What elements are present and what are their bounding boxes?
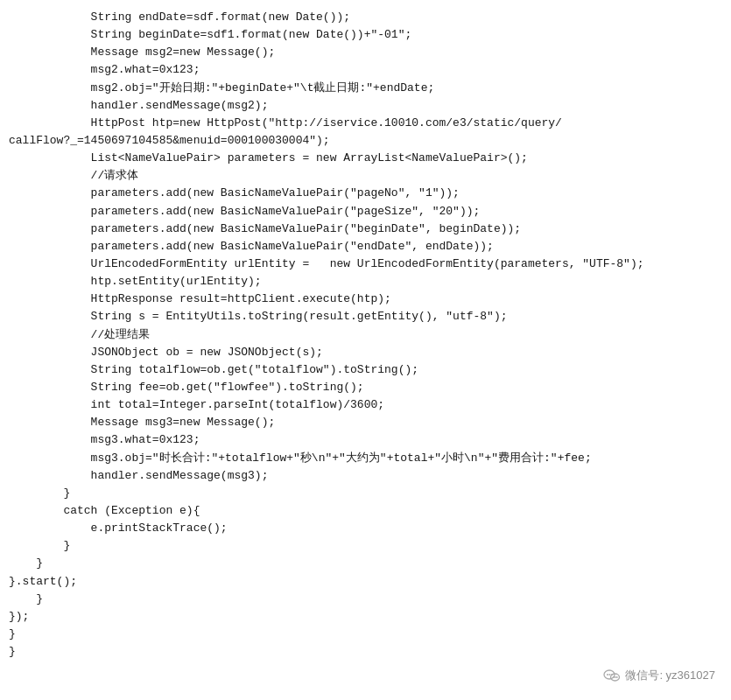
svg-point-1 — [607, 674, 608, 676]
code-line: //请求体 — [0, 167, 731, 185]
code-line: parameters.add(new BasicNameValuePair("p… — [0, 185, 731, 202]
code-line: parameters.add(new BasicNameValuePair("b… — [0, 220, 731, 238]
code-line: msg2.what=0x123; — [0, 61, 731, 79]
code-line: } — [0, 485, 731, 502]
code-line: } — [0, 626, 731, 643]
svg-point-5 — [613, 676, 615, 678]
code-line: Message msg2=new Message(); — [0, 44, 731, 61]
code-line: htp.setEntity(urlEntity); — [0, 273, 731, 290]
code-line: UrlEncodedFormEntity urlEntity = new Url… — [0, 256, 731, 273]
code-line: e.printStackTrace(); — [0, 520, 731, 537]
watermark: 微信号: yz361027 — [603, 667, 715, 684]
code-line: String fee=ob.get("flowfee").toString(); — [0, 379, 731, 396]
code-line: Message msg3=new Message(); — [0, 414, 731, 431]
code-line: HttpResponse result=httpClient.execute(h… — [0, 290, 731, 308]
code-line: List<NameValuePair> parameters = new Arr… — [0, 150, 731, 167]
code-line: JSONObject ob = new JSONObject(s); — [0, 344, 731, 361]
svg-point-7 — [616, 676, 618, 678]
code-line: msg2.obj="开始日期:"+beginDate+"\t截止日期:"+end… — [0, 80, 731, 97]
svg-point-6 — [615, 676, 616, 678]
code-line: }.start(); — [0, 573, 731, 591]
code-container: String endDate=sdf.format(new Date()); S… — [0, 0, 731, 669]
code-line: //处理结果 — [0, 326, 731, 344]
code-line: String beginDate=sdf1.format(new Date())… — [0, 26, 731, 44]
code-line: msg3.obj="时长合计:"+totalflow+"秒\n"+"大约为"+t… — [0, 450, 731, 467]
code-line: parameters.add(new BasicNameValuePair("e… — [0, 238, 731, 256]
code-line: parameters.add(new BasicNameValuePair("p… — [0, 203, 731, 220]
code-line: } — [0, 591, 731, 608]
code-line: int total=Integer.parseInt(totalflow)/36… — [0, 396, 731, 414]
code-line: String s = EntityUtils.toString(result.g… — [0, 308, 731, 326]
code-line: HttpPost htp=new HttpPost("http://iservi… — [0, 115, 731, 132]
watermark-text: 微信号: yz361027 — [625, 668, 715, 683]
code-line: callFlow?_=1450697104585&menuid=00010003… — [0, 132, 731, 150]
svg-point-2 — [609, 674, 611, 676]
code-line: handler.sendMessage(msg2); — [0, 97, 731, 115]
code-line: } — [0, 537, 731, 555]
code-line: msg3.what=0x123; — [0, 431, 731, 449]
code-line: handler.sendMessage(msg3); — [0, 467, 731, 485]
code-lines-wrapper: String endDate=sdf.format(new Date()); S… — [0, 9, 731, 661]
code-line: }); — [0, 608, 731, 626]
code-line: catch (Exception e){ — [0, 502, 731, 520]
code-line: String endDate=sdf.format(new Date()); — [0, 9, 731, 26]
code-line: } — [0, 555, 731, 572]
code-line: } — [0, 643, 731, 661]
watermark-icon — [603, 667, 621, 684]
code-line: String totalflow=ob.get("totalflow").toS… — [0, 361, 731, 379]
